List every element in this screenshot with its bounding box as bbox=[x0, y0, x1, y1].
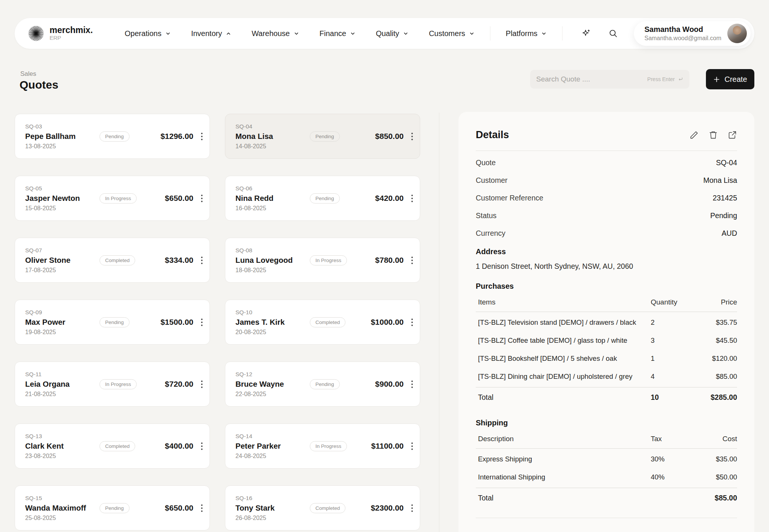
quote-card[interactable]: SQ-13 Clark Kent 23-08-2025 Completed $4… bbox=[15, 423, 210, 469]
detail-field-value: Mona Lisa bbox=[703, 176, 737, 185]
quote-card[interactable]: SQ-06 Nina Redd 16-08-2025 Pending $420.… bbox=[225, 176, 420, 221]
table-row: [TS-BLZ] Dining chair [DEMO] / upholster… bbox=[476, 368, 737, 386]
purchases-col-quantity: Quantity bbox=[651, 298, 692, 306]
kebab-menu-icon[interactable] bbox=[410, 254, 415, 267]
purchases-total-row: Total 10 $285.00 bbox=[476, 387, 737, 407]
nav-item-operations[interactable]: Operations bbox=[115, 29, 181, 38]
vertical-divider bbox=[439, 113, 439, 532]
delete-trash-icon[interactable] bbox=[709, 130, 718, 140]
table-cell-qty: 4 bbox=[651, 372, 692, 381]
status-badge: In Progress bbox=[100, 193, 137, 203]
quote-card[interactable]: SQ-05 Jasper Newton 15-08-2025 In Progre… bbox=[15, 176, 210, 221]
shipping-heading: Shipping bbox=[476, 419, 737, 427]
page-title: Quotes bbox=[20, 78, 58, 91]
quote-card[interactable]: SQ-03 Pepe Ballham 13-08-2025 Pending $1… bbox=[15, 114, 210, 159]
table-cell-qty: 3 bbox=[651, 336, 692, 345]
user-profile-chip[interactable]: Samantha Wood Samantha.wood@gmail.com bbox=[634, 21, 751, 46]
quote-card-info: SQ-07 Oliver Stone 17-08-2025 bbox=[25, 247, 100, 274]
quote-date: 21-08-2025 bbox=[25, 391, 100, 398]
detail-field-row: Customer Mona Lisa bbox=[476, 172, 737, 189]
quote-date: 22-08-2025 bbox=[235, 391, 310, 398]
detail-field-row: Status Pending bbox=[476, 207, 737, 225]
kebab-menu-icon[interactable] bbox=[410, 440, 415, 452]
quote-card-info: SQ-08 Luna Lovegood 18-08-2025 bbox=[235, 247, 310, 274]
quote-price: $650.00 bbox=[165, 194, 193, 203]
nav-item-customers[interactable]: Customers bbox=[419, 29, 485, 38]
shipping-total-row: Total $85.00 bbox=[476, 488, 737, 508]
quote-customer-name: Bruce Wayne bbox=[235, 380, 310, 389]
purchases-heading: Purchases bbox=[476, 282, 737, 291]
edit-pencil-icon[interactable] bbox=[689, 130, 699, 140]
kebab-menu-icon[interactable] bbox=[199, 440, 204, 452]
kebab-menu-icon[interactable] bbox=[199, 316, 204, 329]
kebab-menu-icon[interactable] bbox=[199, 502, 204, 514]
detail-field-value: AUD bbox=[722, 229, 737, 238]
kebab-menu-icon[interactable] bbox=[410, 192, 415, 205]
quote-list: SQ-03 Pepe Ballham 13-08-2025 Pending $1… bbox=[15, 114, 420, 530]
quote-card[interactable]: SQ-11 Leia Organa 21-08-2025 In Progress… bbox=[15, 362, 210, 407]
quote-card[interactable]: SQ-07 Oliver Stone 17-08-2025 Completed … bbox=[15, 238, 210, 283]
nav-item-quality[interactable]: Quality bbox=[366, 29, 419, 38]
quote-price: $720.00 bbox=[165, 380, 193, 389]
quote-customer-name: Clark Kent bbox=[25, 442, 100, 451]
table-row: [TS-BLZ] Television stand [DEMO] / drawe… bbox=[476, 313, 737, 332]
nav-item-inventory[interactable]: Inventory bbox=[181, 29, 241, 38]
quote-card-info: SQ-16 Tony Stark 26-08-2025 bbox=[235, 495, 310, 521]
details-title: Details bbox=[476, 129, 509, 141]
quote-customer-name: Nina Redd bbox=[235, 194, 310, 203]
quote-card[interactable]: SQ-08 Luna Lovegood 18-08-2025 In Progre… bbox=[225, 238, 420, 283]
quote-price: $420.00 bbox=[375, 194, 404, 203]
brand-suffix: ERP bbox=[50, 35, 93, 41]
purchases-rows: [TS-BLZ] Television stand [DEMO] / drawe… bbox=[476, 312, 737, 387]
nav-item-label: Platforms bbox=[506, 29, 537, 38]
quote-card[interactable]: SQ-14 Peter Parker 24-08-2025 In Progres… bbox=[225, 423, 420, 469]
quote-card[interactable]: SQ-15 Wanda Maximoff 25-08-2025 Pending … bbox=[15, 485, 210, 530]
quote-search-box[interactable]: Press Enter bbox=[530, 70, 689, 89]
nav-item-warehouse[interactable]: Warehouse bbox=[241, 29, 309, 38]
quote-id: SQ-10 bbox=[235, 309, 310, 316]
quote-card[interactable]: SQ-12 Bruce Wayne 22-08-2025 Pending $90… bbox=[225, 362, 420, 407]
quote-id: SQ-05 bbox=[25, 185, 100, 192]
kebab-menu-icon[interactable] bbox=[410, 378, 415, 390]
nav-item-platforms[interactable]: Platforms bbox=[496, 29, 557, 38]
quote-card[interactable]: SQ-16 Tony Stark 26-08-2025 Completed $2… bbox=[225, 485, 420, 530]
purchases-col-price: Price bbox=[692, 298, 737, 306]
kebab-menu-icon[interactable] bbox=[410, 130, 415, 143]
nav-item-finance[interactable]: Finance bbox=[309, 29, 366, 38]
kebab-menu-icon[interactable] bbox=[199, 192, 204, 205]
kebab-menu-icon[interactable] bbox=[410, 316, 415, 329]
quote-search-input[interactable] bbox=[536, 75, 647, 83]
detail-field-value: Pending bbox=[710, 211, 737, 220]
brand-logo[interactable]: merchmix. ERP bbox=[27, 25, 93, 42]
kebab-menu-icon[interactable] bbox=[410, 502, 415, 514]
shipping-col-cost: Cost bbox=[692, 435, 737, 443]
sparkle-ai-icon[interactable] bbox=[581, 29, 591, 39]
table-cell-item: Express Shipping bbox=[478, 455, 651, 463]
kebab-menu-icon[interactable] bbox=[199, 254, 204, 267]
address-line: 1 Denison Street, North Sydney, NSW, AU,… bbox=[476, 262, 737, 271]
topbar-icon-group bbox=[570, 29, 629, 39]
quote-customer-name: Luna Lovegood bbox=[235, 256, 310, 265]
avatar[interactable] bbox=[727, 24, 747, 43]
kebab-menu-icon[interactable] bbox=[199, 378, 204, 390]
quote-card[interactable]: SQ-09 Max Power 19-08-2025 Pending $1500… bbox=[15, 300, 210, 345]
purchases-total-qty: 10 bbox=[651, 393, 692, 402]
chevron-up-icon bbox=[226, 31, 231, 36]
shipping-total-label: Total bbox=[478, 494, 651, 502]
kebab-menu-icon[interactable] bbox=[199, 130, 204, 143]
quote-card-info: SQ-03 Pepe Ballham 13-08-2025 bbox=[25, 123, 100, 150]
create-button[interactable]: Create bbox=[706, 69, 754, 89]
detail-field-label: Customer Reference bbox=[476, 194, 543, 202]
chevron-down-icon bbox=[350, 31, 356, 36]
details-panel: Details Quote SQ-04 Customer Mon bbox=[458, 112, 754, 532]
quote-card[interactable]: SQ-10 James T. Kirk 20-08-2025 Completed… bbox=[225, 300, 420, 345]
details-header: Details bbox=[476, 129, 737, 141]
search-icon[interactable] bbox=[608, 29, 618, 38]
table-cell-price: $120.00 bbox=[692, 354, 737, 363]
status-badge: In Progress bbox=[310, 255, 347, 265]
quote-price: $900.00 bbox=[375, 380, 404, 389]
quote-customer-name: Max Power bbox=[25, 318, 100, 327]
quote-date: 25-08-2025 bbox=[25, 515, 100, 521]
open-external-link-icon[interactable] bbox=[728, 130, 737, 140]
quote-card[interactable]: SQ-04 Mona Lisa 14-08-2025 Pending $850.… bbox=[225, 114, 420, 159]
